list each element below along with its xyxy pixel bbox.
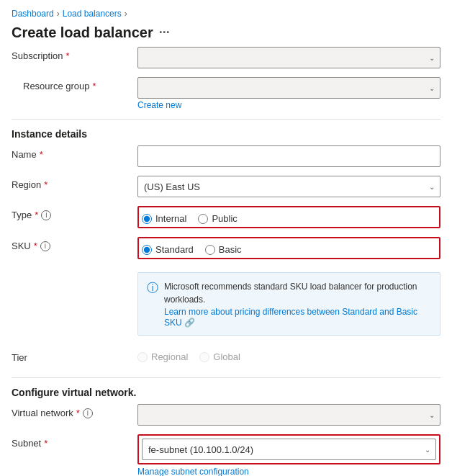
subscription-row: Subscription * ⌄ — [12, 47, 440, 68]
manage-subnet-link[interactable]: Manage subnet configuration — [137, 467, 440, 476]
virtual-network-info-icon[interactable]: i — [83, 408, 93, 418]
divider-1 — [12, 119, 440, 120]
name-label: Name * — [12, 145, 137, 160]
instance-details-header: Instance details — [12, 128, 440, 140]
form-container: Subscription * ⌄ Resource group * ⌄ — [0, 47, 452, 476]
subscription-select-wrapper: ⌄ — [137, 47, 440, 68]
resource-group-label: Resource group * — [12, 77, 137, 91]
type-internal-option[interactable]: Internal — [142, 213, 186, 224]
breadcrumb-load-balancers[interactable]: Load balancers — [63, 9, 122, 19]
breadcrumb-dashboard[interactable]: Dashboard — [12, 9, 54, 19]
region-select[interactable]: (US) East US — [137, 176, 440, 197]
tier-global-option: Global — [199, 351, 240, 362]
subnet-label: Subnet * — [12, 434, 137, 449]
subscription-select[interactable] — [137, 47, 440, 68]
breadcrumb: Dashboard › Load balancers › — [0, 0, 452, 22]
virtual-network-row: Virtual network * i ⌄ — [12, 404, 440, 426]
virtual-network-select[interactable] — [137, 404, 440, 426]
type-info-icon[interactable]: i — [41, 210, 51, 220]
tier-radio-group: Regional Global — [137, 349, 440, 362]
sku-label: SKU * i — [12, 237, 137, 251]
resource-group-select-wrapper: ⌄ — [137, 77, 440, 99]
subscription-label: Subscription * — [12, 47, 137, 61]
create-new-link[interactable]: Create new — [137, 100, 440, 110]
divider-2 — [12, 377, 440, 378]
sku-row: SKU * i Standard Basic — [12, 237, 440, 259]
tier-label: Tier — [12, 349, 137, 363]
type-row: Type * i Internal Public — [12, 206, 440, 228]
subnet-select[interactable]: fe-subnet (10.100.1.0/24) — [142, 439, 436, 460]
info-box-link[interactable]: Learn more about pricing differences bet… — [164, 307, 417, 328]
type-label: Type * i — [12, 206, 137, 220]
page-title-area: Create load balancer ··· — [0, 22, 452, 47]
name-input[interactable] — [137, 145, 440, 167]
subnet-row: Subnet * fe-subnet (10.100.1.0/24) ⌄ Man… — [12, 434, 440, 476]
virtual-network-select-wrapper: ⌄ — [137, 404, 440, 426]
sku-radio-group: Standard Basic — [142, 241, 436, 255]
virtual-network-label: Virtual network * i — [12, 404, 137, 418]
resource-group-select[interactable] — [137, 77, 440, 99]
tier-row: Tier Regional Global — [12, 349, 440, 369]
region-select-wrapper: (US) East US ⌄ — [137, 176, 440, 197]
page-title: Create load balancer — [12, 24, 153, 41]
type-highlight-box: Internal Public — [137, 206, 440, 228]
tier-regional-option: Regional — [137, 351, 188, 362]
subnet-select-wrapper: fe-subnet (10.100.1.0/24) ⌄ — [142, 439, 436, 460]
info-box-icon: ⓘ — [147, 281, 158, 296]
sku-info-icon[interactable]: i — [40, 241, 50, 251]
sku-highlight-box: Standard Basic — [137, 237, 440, 259]
resource-group-row: Resource group * ⌄ Create new — [12, 77, 440, 110]
configure-vnet-header: Configure virtual network. — [12, 387, 440, 398]
more-options-icon[interactable]: ··· — [159, 25, 170, 40]
sku-basic-option[interactable]: Basic — [205, 244, 242, 255]
info-box-text: Microsoft recommends standard SKU load b… — [164, 282, 417, 305]
name-row: Name * — [12, 145, 440, 167]
type-radio-group: Internal Public — [142, 210, 436, 224]
type-public-option[interactable]: Public — [198, 213, 237, 224]
info-box-row: ⓘ Microsoft recommends standard SKU load… — [12, 268, 440, 340]
info-box: ⓘ Microsoft recommends standard SKU load… — [137, 272, 440, 336]
subnet-highlight-box: fe-subnet (10.100.1.0/24) ⌄ — [137, 434, 440, 464]
region-label: Region * — [12, 176, 137, 190]
region-row: Region * (US) East US ⌄ — [12, 176, 440, 197]
sku-standard-option[interactable]: Standard — [142, 244, 194, 255]
